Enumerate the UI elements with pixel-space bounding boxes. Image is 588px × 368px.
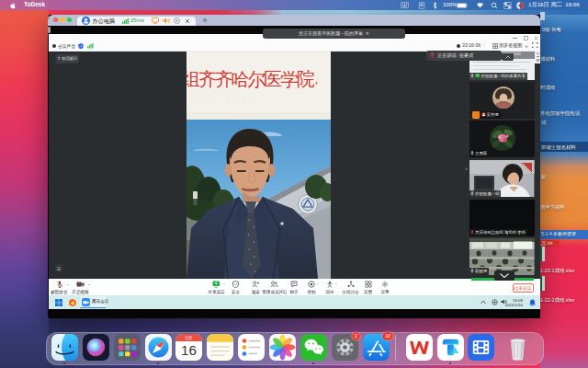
svg-text:1月: 1月 [185, 335, 192, 341]
svg-text:组齐齐哈尔医学院: 组齐齐哈尔医学院 [187, 69, 315, 89]
svg-text:,: , [315, 73, 318, 86]
svg-text:16: 16 [181, 342, 197, 358]
svg-text:织部学习教育专题: 织部学习教育专题 [190, 94, 256, 103]
